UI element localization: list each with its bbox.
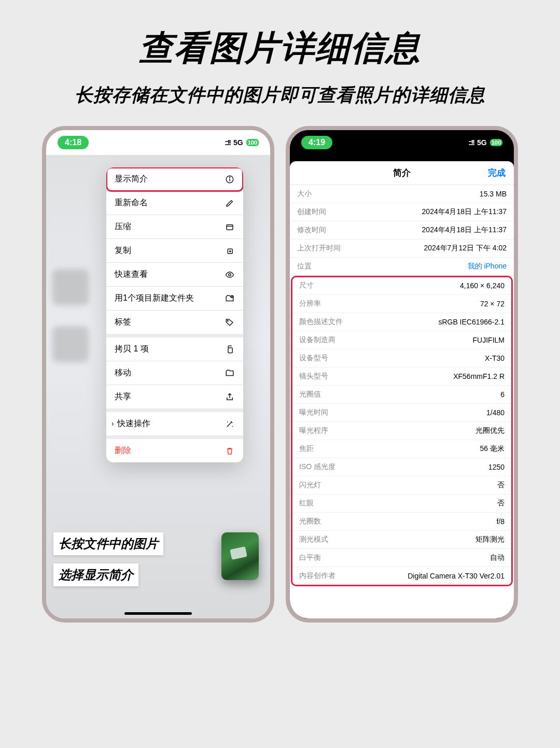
info-key: 红眼 bbox=[299, 499, 314, 508]
info-row: 曝光时间1/480 bbox=[292, 404, 512, 422]
info-icon bbox=[225, 174, 235, 185]
svg-rect-3 bbox=[227, 224, 233, 230]
signal-icon: ::!! bbox=[468, 138, 474, 147]
done-button[interactable]: 完成 bbox=[488, 167, 506, 179]
info-key: 测光模式 bbox=[299, 535, 328, 544]
info-row: 红眼否 bbox=[292, 495, 512, 513]
caption-1: 长按文件中的图片 bbox=[53, 532, 163, 555]
phone-2: 4:19 ::!! 5G 100 简介 完成 大小15.3 MB创建时间2024… bbox=[286, 126, 518, 623]
status-time: 4:18 bbox=[58, 136, 89, 149]
status-time: 4:19 bbox=[301, 136, 332, 149]
eye-icon bbox=[225, 270, 235, 280]
info-value[interactable]: 我的 iPhone bbox=[468, 262, 507, 271]
info-key: 位置 bbox=[297, 262, 312, 271]
info-value: 光圈优先 bbox=[475, 426, 505, 435]
info-value: 4,160 × 6,240 bbox=[460, 281, 505, 290]
info-key: 白平衡 bbox=[299, 553, 321, 562]
menu-copy[interactable]: 复制 bbox=[106, 239, 243, 263]
network-label: 5G bbox=[233, 138, 243, 147]
phone-1: 4:18 ::!! 5G 100 显示简介 重新命名 压缩 复制 bbox=[42, 126, 274, 623]
trash-icon bbox=[225, 446, 235, 456]
info-value: 2024年7月12日 下午 4:02 bbox=[424, 244, 507, 253]
info-value: sRGB IEC61966-2.1 bbox=[438, 318, 505, 326]
archive-icon bbox=[225, 222, 235, 232]
info-key: ISO 感光度 bbox=[299, 462, 335, 472]
menu-quick-actions[interactable]: ›快速操作 bbox=[106, 412, 243, 439]
duplicate-icon bbox=[225, 344, 235, 355]
info-row: 焦距56 毫米 bbox=[292, 440, 512, 458]
svg-rect-9 bbox=[228, 348, 232, 353]
menu-label: 快速查看 bbox=[115, 269, 148, 280]
menu-move[interactable]: 移动 bbox=[106, 361, 243, 385]
menu-label: 复制 bbox=[115, 245, 131, 256]
battery-badge: 100 bbox=[490, 139, 502, 146]
tag-icon bbox=[225, 317, 235, 328]
battery-badge: 100 bbox=[246, 139, 259, 146]
menu-new-folder[interactable]: 用1个项目新建文件夹 bbox=[106, 287, 243, 311]
menu-label: 显示简介 bbox=[115, 174, 148, 185]
copy-plus-icon bbox=[225, 246, 235, 256]
info-value: XF56mmF1.2 R bbox=[453, 372, 505, 380]
menu-duplicate[interactable]: 拷贝 1 项 bbox=[106, 337, 243, 361]
context-menu: 显示简介 重新命名 压缩 复制 快速查看 用1个项目新建文件夹 bbox=[106, 167, 243, 462]
page-subtitle: 长按存储在文件中的图片即可查看照片的详细信息 bbox=[0, 83, 560, 107]
info-row: 创建时间2024年4月18日 上午11:37 bbox=[290, 203, 514, 221]
info-key: 尺寸 bbox=[299, 281, 314, 290]
info-row: 位置我的 iPhone bbox=[290, 258, 514, 276]
pencil-icon bbox=[225, 198, 235, 208]
menu-label: 用1个项目新建文件夹 bbox=[115, 293, 194, 304]
info-key: 闪光灯 bbox=[299, 481, 321, 490]
menu-show-info[interactable]: 显示简介 bbox=[106, 167, 243, 191]
info-key: 镜头型号 bbox=[299, 372, 328, 381]
info-key: 焦距 bbox=[299, 444, 314, 454]
info-row: 设备型号X-T30 bbox=[292, 349, 512, 368]
info-sheet: 简介 完成 大小15.3 MB创建时间2024年4月18日 上午11:37修改时… bbox=[290, 161, 514, 618]
svg-point-6 bbox=[229, 273, 231, 276]
info-row: 分辨率72 × 72 bbox=[292, 295, 512, 313]
info-value: 15.3 MB bbox=[480, 190, 507, 198]
info-list-top: 大小15.3 MB创建时间2024年4月18日 上午11:37修改时间2024年… bbox=[290, 185, 514, 276]
info-row: 修改时间2024年4月18日 上午11:37 bbox=[290, 221, 514, 239]
info-row: 上次打开时间2024年7月12日 下午 4:02 bbox=[290, 239, 514, 258]
info-row: 闪光灯否 bbox=[292, 476, 512, 495]
info-key: 创建时间 bbox=[297, 207, 326, 217]
menu-compress[interactable]: 压缩 bbox=[106, 215, 243, 239]
info-value: 72 × 72 bbox=[480, 300, 505, 308]
info-value: 1/480 bbox=[486, 408, 505, 417]
info-key: 修改时间 bbox=[297, 225, 326, 235]
info-row: 颜色描述文件sRGB IEC61966-2.1 bbox=[292, 313, 512, 331]
caption-2: 选择显示简介 bbox=[53, 563, 138, 586]
info-value: FUJIFILM bbox=[473, 336, 505, 344]
menu-tags[interactable]: 标签 bbox=[106, 311, 243, 337]
info-row: 设备制造商FUJIFILM bbox=[292, 331, 512, 349]
wand-icon bbox=[225, 419, 235, 429]
info-list-detail: 尺寸4,160 × 6,240分辨率72 × 72颜色描述文件sRGB IEC6… bbox=[292, 277, 512, 585]
info-row: 大小15.3 MB bbox=[290, 185, 514, 203]
menu-label: 标签 bbox=[115, 317, 131, 328]
menu-label: 重新命名 bbox=[115, 197, 148, 208]
menu-label: 快速操作 bbox=[117, 419, 150, 428]
menu-quicklook[interactable]: 快速查看 bbox=[106, 263, 243, 287]
info-row: 白平衡自动 bbox=[292, 549, 512, 567]
info-row: 光圈数f/8 bbox=[292, 513, 512, 531]
menu-label: 共享 bbox=[115, 391, 131, 402]
network-label: 5G bbox=[477, 138, 487, 147]
info-value: 2024年4月18日 上午11:37 bbox=[422, 225, 507, 235]
svg-point-8 bbox=[227, 320, 228, 321]
info-value: 1250 bbox=[488, 463, 505, 471]
info-key: 光圈数 bbox=[299, 517, 321, 526]
folder-plus-icon bbox=[225, 293, 235, 304]
info-row: 光圈值6 bbox=[292, 386, 512, 404]
info-row: ISO 感光度1250 bbox=[292, 458, 512, 476]
info-value: 2024年4月18日 上午11:37 bbox=[422, 207, 507, 217]
menu-label: 拷贝 1 项 bbox=[115, 344, 149, 355]
info-row: 曝光程序光圈优先 bbox=[292, 422, 512, 440]
image-thumbnail[interactable] bbox=[221, 532, 259, 580]
info-key: 上次打开时间 bbox=[297, 244, 341, 253]
page-title: 查看图片详细信息 bbox=[0, 0, 560, 72]
menu-rename[interactable]: 重新命名 bbox=[106, 191, 243, 215]
info-value: 6 bbox=[500, 390, 505, 399]
menu-share[interactable]: 共享 bbox=[106, 385, 243, 412]
svg-point-2 bbox=[229, 177, 230, 177]
menu-delete[interactable]: 删除 bbox=[106, 439, 243, 462]
